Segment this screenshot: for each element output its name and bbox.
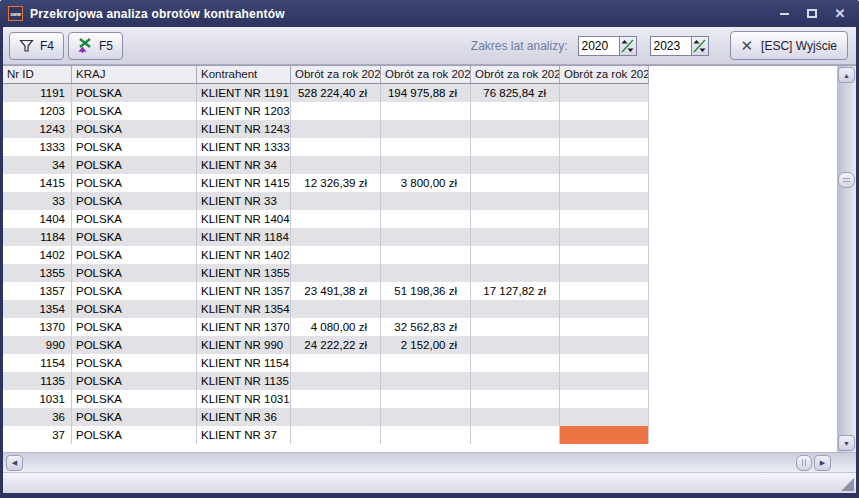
table-row[interactable]: 1184POLSKAKLIENT NR 1184 bbox=[3, 228, 649, 246]
year-from-input[interactable] bbox=[579, 37, 619, 55]
table-cell[interactable] bbox=[381, 390, 471, 408]
scroll-up-button[interactable]: ▲ bbox=[838, 67, 855, 83]
table-cell[interactable]: KLIENT NR 1203 bbox=[197, 102, 291, 120]
table-cell[interactable] bbox=[471, 390, 560, 408]
table-cell[interactable]: 990 bbox=[3, 336, 72, 354]
table-cell[interactable] bbox=[471, 336, 560, 354]
table-cell[interactable]: KLIENT NR 34 bbox=[197, 156, 291, 174]
table-cell[interactable]: 1031 bbox=[3, 390, 72, 408]
table-cell[interactable]: 36 bbox=[3, 408, 72, 426]
table-cell[interactable] bbox=[381, 138, 471, 156]
table-cell[interactable]: POLSKA bbox=[72, 372, 197, 390]
table-row[interactable]: 1357POLSKAKLIENT NR 135723 491,38 zł51 1… bbox=[3, 282, 649, 300]
table-cell[interactable]: KLIENT NR 1333 bbox=[197, 138, 291, 156]
table-cell[interactable] bbox=[471, 192, 560, 210]
table-cell[interactable] bbox=[471, 426, 560, 444]
table-cell[interactable]: 1333 bbox=[3, 138, 72, 156]
table-cell[interactable]: KLIENT NR 1357 bbox=[197, 282, 291, 300]
table-cell[interactable]: 12 326,39 zł bbox=[291, 174, 381, 192]
table-cell[interactable]: POLSKA bbox=[72, 246, 197, 264]
table-cell[interactable]: 1415 bbox=[3, 174, 72, 192]
table-cell[interactable]: KLIENT NR 1154 bbox=[197, 354, 291, 372]
table-cell[interactable] bbox=[291, 300, 381, 318]
table-cell[interactable]: POLSKA bbox=[72, 426, 197, 444]
table-cell[interactable] bbox=[560, 174, 649, 192]
table-cell[interactable]: 23 491,38 zł bbox=[291, 282, 381, 300]
title-bar[interactable]: sww Przekrojowa analiza obrotów kontrahe… bbox=[0, 0, 859, 27]
table-cell[interactable] bbox=[471, 264, 560, 282]
table-cell[interactable] bbox=[471, 174, 560, 192]
table-row[interactable]: 1370POLSKAKLIENT NR 13704 080,00 zł32 56… bbox=[3, 318, 649, 336]
column-header[interactable]: Obrót za rok 2021 bbox=[381, 66, 471, 83]
table-row[interactable]: 37POLSKAKLIENT NR 37 bbox=[3, 426, 649, 444]
table-cell[interactable] bbox=[560, 372, 649, 390]
column-header[interactable]: KRAJ bbox=[72, 66, 197, 83]
table-cell[interactable] bbox=[291, 372, 381, 390]
table-cell[interactable]: KLIENT NR 1354 bbox=[197, 300, 291, 318]
table-cell[interactable]: 3 800,00 zł bbox=[381, 174, 471, 192]
table-row[interactable]: 1203POLSKAKLIENT NR 1203 bbox=[3, 102, 649, 120]
table-cell[interactable]: 1402 bbox=[3, 246, 72, 264]
table-row[interactable]: 1354POLSKAKLIENT NR 1354 bbox=[3, 300, 649, 318]
table-cell[interactable] bbox=[560, 138, 649, 156]
table-cell[interactable] bbox=[471, 120, 560, 138]
table-cell[interactable] bbox=[291, 390, 381, 408]
table-cell[interactable] bbox=[291, 138, 381, 156]
table-row[interactable]: 34POLSKAKLIENT NR 34 bbox=[3, 156, 649, 174]
table-cell[interactable]: POLSKA bbox=[72, 354, 197, 372]
table-cell[interactable] bbox=[381, 228, 471, 246]
table-cell[interactable] bbox=[381, 120, 471, 138]
table-cell[interactable] bbox=[471, 138, 560, 156]
horizontal-scroll-thumb[interactable] bbox=[796, 455, 812, 471]
table-row[interactable]: 1404POLSKAKLIENT NR 1404 bbox=[3, 210, 649, 228]
table-cell[interactable]: KLIENT NR 1031 bbox=[197, 390, 291, 408]
table-cell[interactable] bbox=[471, 102, 560, 120]
table-cell[interactable]: POLSKA bbox=[72, 228, 197, 246]
table-cell[interactable]: 32 562,83 zł bbox=[381, 318, 471, 336]
table-cell[interactable]: 34 bbox=[3, 156, 72, 174]
table-cell[interactable] bbox=[471, 354, 560, 372]
table-cell[interactable] bbox=[471, 300, 560, 318]
table-cell[interactable]: POLSKA bbox=[72, 282, 197, 300]
column-header[interactable]: Obrót za rok 2020 bbox=[291, 66, 381, 83]
filter-f4-button[interactable]: F4 bbox=[9, 32, 64, 60]
table-cell[interactable] bbox=[381, 246, 471, 264]
table-cell[interactable]: KLIENT NR 36 bbox=[197, 408, 291, 426]
table-row[interactable]: 1154POLSKAKLIENT NR 1154 bbox=[3, 354, 649, 372]
table-cell[interactable] bbox=[291, 408, 381, 426]
table-cell[interactable]: POLSKA bbox=[72, 264, 197, 282]
table-row[interactable]: 1355POLSKAKLIENT NR 1355 bbox=[3, 264, 649, 282]
table-cell[interactable] bbox=[560, 300, 649, 318]
table-cell[interactable]: KLIENT NR 1135 bbox=[197, 372, 291, 390]
table-row[interactable]: 36POLSKAKLIENT NR 36 bbox=[3, 408, 649, 426]
table-cell[interactable]: 2 152,00 zł bbox=[381, 336, 471, 354]
table-cell[interactable]: POLSKA bbox=[72, 120, 197, 138]
table-cell[interactable]: KLIENT NR 1404 bbox=[197, 210, 291, 228]
table-cell[interactable]: 1184 bbox=[3, 228, 72, 246]
table-cell[interactable] bbox=[560, 246, 649, 264]
table-cell[interactable]: KLIENT NR 1370 bbox=[197, 318, 291, 336]
table-cell[interactable]: 51 198,36 zł bbox=[381, 282, 471, 300]
table-cell[interactable]: POLSKA bbox=[72, 210, 197, 228]
table-cell[interactable]: POLSKA bbox=[72, 408, 197, 426]
table-cell[interactable]: 76 825,84 zł bbox=[471, 84, 560, 102]
table-cell[interactable] bbox=[560, 390, 649, 408]
table-cell[interactable] bbox=[471, 372, 560, 390]
year-to-spinner[interactable] bbox=[691, 37, 708, 55]
table-cell[interactable] bbox=[381, 264, 471, 282]
table-cell[interactable]: 33 bbox=[3, 192, 72, 210]
table-cell[interactable]: 1370 bbox=[3, 318, 72, 336]
table-cell[interactable]: 1355 bbox=[3, 264, 72, 282]
table-cell[interactable]: 528 224,40 zł bbox=[291, 84, 381, 102]
table-cell[interactable] bbox=[291, 264, 381, 282]
table-cell[interactable]: KLIENT NR 1402 bbox=[197, 246, 291, 264]
table-cell[interactable]: 17 127,82 zł bbox=[471, 282, 560, 300]
close-button[interactable]: ✕ bbox=[833, 7, 847, 21]
table-cell[interactable]: POLSKA bbox=[72, 318, 197, 336]
year-to-input[interactable] bbox=[651, 37, 691, 55]
table-cell[interactable] bbox=[471, 408, 560, 426]
column-header[interactable]: Nr ID bbox=[3, 66, 72, 83]
table-cell[interactable] bbox=[560, 192, 649, 210]
vertical-scrollbar[interactable]: ▲ ▼ bbox=[837, 65, 856, 452]
table-row[interactable]: 990POLSKAKLIENT NR 99024 222,22 zł2 152,… bbox=[3, 336, 649, 354]
